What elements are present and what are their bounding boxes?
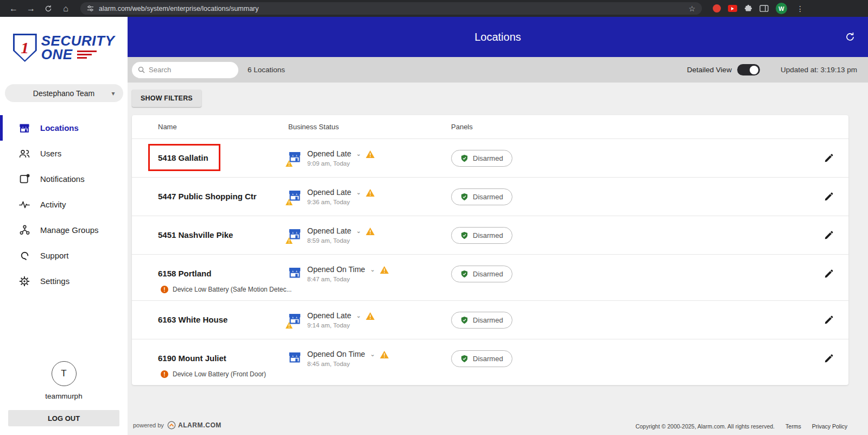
list-toolbar: 6 Locations Detailed View Updated at: 3:… <box>128 57 868 83</box>
youtube-extension-icon[interactable] <box>728 5 737 12</box>
user-avatar[interactable]: T <box>52 361 77 386</box>
shield-icon <box>460 270 468 278</box>
edit-pencil-icon[interactable] <box>824 192 833 201</box>
storefront-status-icon <box>288 151 301 165</box>
updated-timestamp: Updated at: 3:19:13 pm <box>781 66 857 74</box>
sidebar-footer: T teammurph LOG OUT <box>0 361 128 435</box>
edit-pencil-icon[interactable] <box>824 316 833 325</box>
warning-triangle-icon <box>380 266 389 274</box>
storefront-status-icon <box>288 190 301 204</box>
table-row: 6158 Portland Opened On Time ⌄ <box>132 255 848 301</box>
search-input[interactable] <box>149 66 232 74</box>
activity-pulse-icon <box>18 200 30 209</box>
late-warning-badge-icon <box>286 237 293 244</box>
business-status: Opened On Time <box>307 265 365 274</box>
site-info-icon[interactable] <box>87 5 94 12</box>
table-row: 6163 White House Opened Late ⌄ <box>132 301 848 339</box>
warning-triangle-icon <box>366 189 375 197</box>
panel-status-pill[interactable]: Disarmed <box>451 350 512 367</box>
location-name[interactable]: 6158 Portland <box>158 269 211 278</box>
sidebar-item-activity[interactable]: Activity <box>0 192 128 217</box>
status-time: 8:47 am, Today <box>307 276 389 282</box>
powered-by-label: powered by <box>133 422 164 428</box>
shield-icon <box>460 193 468 201</box>
table-row: 5447 Public Shopping Ctr Opened Late ⌄ <box>132 178 848 216</box>
page: 1 SECURITY ONE Destephano Team ▾ Locatio… <box>0 17 868 435</box>
panel-status-pill[interactable]: Disarmed <box>451 266 512 282</box>
side-panel-icon[interactable] <box>759 5 769 12</box>
panel-status-pill[interactable]: Disarmed <box>451 188 512 205</box>
url-bar[interactable]: alarm.com/web/system/enterprise/location… <box>80 2 702 15</box>
detailed-view-toggle[interactable] <box>737 64 760 75</box>
sidebar-item-users[interactable]: Users <box>0 141 128 166</box>
alarm-com-logo[interactable]: ALARM.COM <box>167 421 221 430</box>
bookmark-star-icon[interactable]: ☆ <box>688 4 695 13</box>
column-header-panels: Panels <box>451 123 810 131</box>
panel-status-pill[interactable]: Disarmed <box>451 227 512 244</box>
business-status: Opened On Time <box>307 350 365 358</box>
business-status: Opened Late <box>307 149 351 158</box>
chevron-down-icon[interactable]: ⌄ <box>356 189 361 196</box>
extensions-puzzle-icon[interactable] <box>744 4 752 12</box>
back-button[interactable]: ← <box>7 2 21 15</box>
logout-button[interactable]: LOG OUT <box>8 410 119 426</box>
forward-button[interactable]: → <box>24 2 38 15</box>
browser-menu-kebab-icon[interactable]: ⋮ <box>794 4 806 13</box>
late-warning-badge-icon <box>286 199 293 205</box>
privacy-policy-link[interactable]: Privacy Policy <box>812 423 847 430</box>
status-time: 9:09 am, Today <box>307 160 375 167</box>
detailed-view-label: Detailed View <box>687 66 732 74</box>
page-header: Locations <box>128 17 868 57</box>
warning-triangle-icon <box>366 228 375 235</box>
chevron-down-icon[interactable]: ⌄ <box>370 351 375 358</box>
terms-link[interactable]: Terms <box>785 423 801 430</box>
storefront-icon <box>18 123 30 133</box>
location-name[interactable]: 6190 Mount Juliet <box>158 354 226 363</box>
notifications-icon <box>18 174 30 184</box>
url-text: alarm.com/web/system/enterprise/location… <box>99 5 259 12</box>
browser-profile-avatar[interactable]: W <box>776 3 787 14</box>
location-name[interactable]: 6163 White House <box>158 315 227 324</box>
search-box[interactable] <box>132 62 238 78</box>
content: SHOW FILTERS Name Business Status Panels… <box>128 83 868 435</box>
location-name[interactable]: 5447 Public Shopping Ctr <box>158 192 257 201</box>
edit-pencil-icon[interactable] <box>824 231 833 240</box>
users-icon <box>18 149 30 158</box>
sidebar-item-settings[interactable]: Settings <box>0 268 128 294</box>
gear-icon <box>18 276 30 287</box>
sidebar-item-manage-groups[interactable]: Manage Groups <box>0 217 128 243</box>
sidebar-item-locations[interactable]: Locations <box>0 115 128 141</box>
edit-pencil-icon[interactable] <box>824 354 833 363</box>
edit-pencil-icon[interactable] <box>824 154 833 163</box>
panel-status-pill[interactable]: Disarmed <box>451 150 512 167</box>
location-name[interactable]: 5418 Gallatin <box>158 153 208 162</box>
sidebar-item-support[interactable]: Support <box>0 243 128 268</box>
refresh-icon[interactable] <box>845 32 855 42</box>
panel-status-pill[interactable]: Disarmed <box>451 312 512 329</box>
storefront-status-icon <box>288 351 301 365</box>
chevron-down-icon[interactable]: ⌄ <box>356 312 361 319</box>
edit-pencil-icon[interactable] <box>824 269 833 279</box>
location-name[interactable]: 5451 Nashville Pike <box>158 230 233 239</box>
warning-triangle-icon <box>380 351 389 358</box>
shield-icon <box>460 355 468 363</box>
extension-icon-red[interactable] <box>713 4 721 12</box>
alert-exclamation-icon: ! <box>161 286 168 293</box>
extensions-area: W ⋮ <box>713 3 806 14</box>
chevron-down-icon[interactable]: ⌄ <box>370 266 375 273</box>
copyright-text: Copyright © 2000-2025, Alarm.com. All ri… <box>636 423 775 430</box>
status-time: 8:59 am, Today <box>307 237 375 244</box>
sidebar-item-notifications[interactable]: Notifications <box>0 166 128 192</box>
device-alert: ! Device Low Battery (Safe Motion Detec.… <box>132 286 848 300</box>
table-header: Name Business Status Panels <box>132 115 848 139</box>
chevron-down-icon[interactable]: ⌄ <box>356 150 361 157</box>
chevron-down-icon[interactable]: ⌄ <box>356 228 361 235</box>
reload-button[interactable] <box>41 2 55 15</box>
alert-exclamation-icon: ! <box>161 370 168 378</box>
home-button[interactable]: ⌂ <box>59 2 73 15</box>
team-selector[interactable]: Destephano Team ▾ <box>5 84 123 102</box>
table-row: 6190 Mount Juliet Opened On Time ⌄ <box>132 339 848 385</box>
storefront-status-icon <box>288 228 301 242</box>
show-filters-button[interactable]: SHOW FILTERS <box>132 90 201 107</box>
column-header-name: Name <box>158 123 288 131</box>
